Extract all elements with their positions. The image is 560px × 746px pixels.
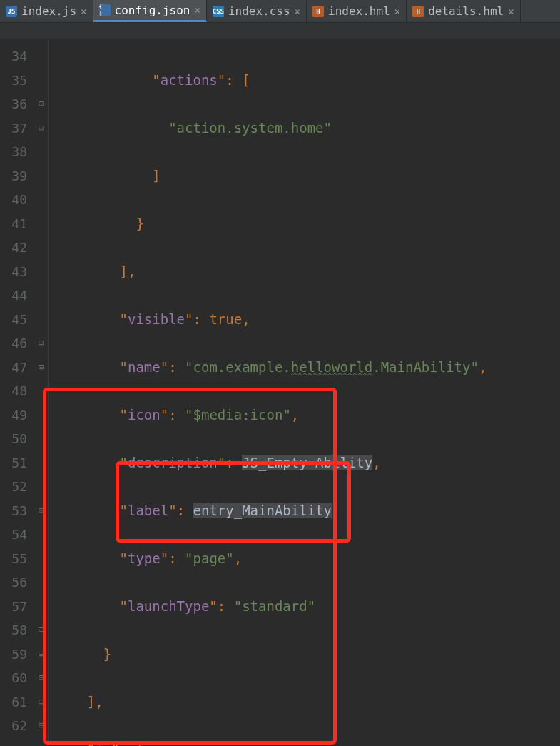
tab-index-hml[interactable]: H index.hml × (307, 0, 407, 22)
line-number: 61 (0, 690, 34, 715)
code-line[interactable]: "visible": true, (54, 308, 560, 332)
tab-label: details.hml (428, 4, 504, 18)
code-line[interactable]: "type": "page", (54, 547, 560, 571)
fold-icon[interactable]: ⊟ (34, 499, 48, 523)
line-number: 45 (0, 308, 34, 332)
code-line[interactable]: "js": [ (54, 738, 560, 747)
hml-file-icon: H (312, 6, 324, 17)
line-number: 56 (0, 570, 34, 595)
code-line[interactable]: } (54, 212, 560, 236)
line-number: 51 (0, 451, 34, 475)
code-line[interactable]: } (54, 642, 560, 667)
line-number: 52 (0, 475, 34, 499)
code-editor[interactable]: 3435363738394041424344454647484950515253… (0, 39, 560, 746)
line-number: 36 (0, 92, 34, 116)
line-number: 38 (0, 140, 34, 164)
line-number: 53 (0, 499, 34, 523)
line-number: 57 (0, 595, 34, 619)
fold-icon[interactable]: ⊟ (34, 116, 48, 141)
line-number: 50 (0, 427, 34, 451)
code-line[interactable]: "icon": "$media:icon", (54, 403, 560, 428)
code-line[interactable]: "description": JS_Empty Ability, (54, 451, 560, 475)
close-icon[interactable]: × (194, 4, 200, 16)
line-number: 39 (0, 164, 34, 188)
line-number: 41 (0, 212, 34, 236)
code-line[interactable]: "launchType": "standard" (54, 595, 560, 619)
line-number: 62 (0, 714, 34, 738)
fold-icon[interactable]: ⊟ (34, 690, 48, 715)
line-number: 46 (0, 331, 34, 356)
tab-label: index.js (21, 4, 76, 18)
line-number: 44 (0, 283, 34, 308)
close-icon[interactable]: × (295, 6, 300, 17)
code-line[interactable]: "label": entry_MainAbility, (54, 499, 560, 523)
fold-icon[interactable]: ⊟ (34, 356, 48, 380)
close-icon[interactable]: × (508, 6, 514, 17)
fold-icon[interactable]: ⊟ (34, 642, 48, 667)
line-number: 42 (0, 236, 34, 260)
line-number: 60 (0, 666, 34, 690)
line-number: 35 (0, 69, 34, 93)
line-number: 59 (0, 642, 34, 667)
fold-icon[interactable]: ⊟ (34, 331, 48, 356)
hml-file-icon: H (412, 6, 424, 17)
line-number: 54 (0, 523, 34, 547)
tab-index-js[interactable]: JS index.js × (0, 0, 93, 22)
css-file-icon: CSS (213, 6, 224, 17)
line-number: 48 (0, 379, 34, 403)
code-line[interactable]: "actions": [ (54, 69, 560, 93)
fold-column: ⊟⊟ ⊟⊟ ⊟ ⊟⊟ ⊟⊟⊟ (34, 39, 49, 746)
js-file-icon: JS (6, 6, 17, 17)
fold-icon[interactable]: ⊟ (34, 92, 48, 116)
code-line[interactable]: ], (54, 260, 560, 284)
tab-label: index.css (228, 4, 290, 18)
fold-icon[interactable]: ⊟ (34, 666, 48, 690)
line-number: 37 (0, 116, 34, 141)
code-line[interactable]: "name": "com.example.helloworld.MainAbil… (54, 356, 560, 380)
code-line[interactable]: ], (54, 690, 560, 715)
tab-label: config.json (115, 4, 190, 17)
tab-index-css[interactable]: CSS index.css × (207, 0, 307, 22)
code-body[interactable]: "actions": [ "action.system.home" ] } ],… (49, 39, 560, 746)
tab-details-hml[interactable]: H details.hml × (407, 0, 520, 22)
line-number-gutter: 3435363738394041424344454647484950515253… (0, 39, 34, 746)
tab-bar: JS index.js × { } config.json × CSS inde… (0, 0, 560, 23)
line-number: 55 (0, 547, 34, 571)
line-number: 58 (0, 618, 34, 642)
line-number: 40 (0, 188, 34, 212)
json-file-icon: { } (99, 4, 111, 16)
code-line[interactable]: "action.system.home" (54, 116, 560, 141)
breadcrumb-strip (0, 23, 560, 39)
close-icon[interactable]: × (81, 6, 86, 17)
fold-icon[interactable]: ⊟ (34, 714, 48, 738)
line-number: 34 (0, 44, 34, 69)
tab-config-json[interactable]: { } config.json × (93, 0, 207, 22)
close-icon[interactable]: × (394, 6, 400, 17)
line-number: 49 (0, 403, 34, 428)
line-number: 43 (0, 260, 34, 284)
fold-icon[interactable]: ⊟ (34, 618, 48, 642)
tab-label: index.hml (328, 4, 390, 18)
line-number: 47 (0, 356, 34, 380)
code-line[interactable]: ] (54, 164, 560, 188)
